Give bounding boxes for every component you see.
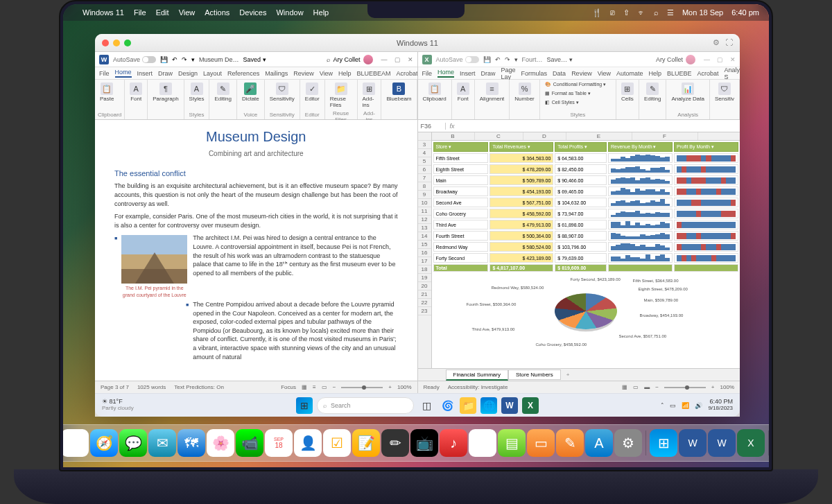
mail-icon[interactable]: ✉ — [148, 429, 176, 457]
tab-file[interactable]: File — [422, 70, 433, 77]
facetime-icon[interactable]: 📹 — [236, 429, 263, 457]
numbers-icon[interactable]: ▤ — [498, 429, 526, 457]
editing-button[interactable]: ✎Editing — [642, 81, 663, 103]
gear-icon[interactable]: ⚙ — [713, 38, 720, 47]
add-sheet-button[interactable]: + — [561, 372, 575, 378]
contacts-icon[interactable]: 👤 — [294, 429, 322, 457]
calendar-icon[interactable]: SEP18 — [265, 429, 293, 457]
sensitivity-button[interactable]: 🛡Sensitiv — [713, 81, 736, 103]
maps-icon[interactable]: 🗺 — [177, 429, 205, 457]
sheet-tab-store[interactable]: Store Numbers — [508, 370, 561, 380]
editor-button[interactable]: ✓Editor — [303, 81, 322, 103]
paste-button[interactable]: 📋Paste — [98, 81, 116, 103]
task-view-icon[interactable]: ◫ — [418, 397, 435, 414]
text-predictions[interactable]: Text Predictions: On — [174, 384, 224, 390]
focus-mode[interactable]: Focus — [281, 384, 296, 390]
zoom-level[interactable]: 100% — [720, 384, 734, 390]
minimize-button[interactable] — [113, 40, 120, 46]
control-center-icon[interactable]: ☰ — [667, 8, 674, 17]
sensitivity-button[interactable]: 🛡Sensitivity — [268, 81, 297, 103]
zoom-level[interactable]: 100% — [397, 384, 411, 390]
word-taskbar-icon[interactable]: W — [501, 397, 518, 414]
close-button[interactable] — [102, 40, 109, 46]
tab-help[interactable]: Help — [338, 70, 352, 77]
tab-references[interactable]: References — [227, 70, 259, 77]
menubar-actions[interactable]: Actions — [205, 8, 229, 17]
tab-automate[interactable]: Automate — [616, 70, 643, 77]
word-dock-icon[interactable]: W — [679, 429, 707, 457]
search-box[interactable]: ⌕Search — [317, 397, 414, 414]
music-icon[interactable]: ♪ — [440, 429, 467, 457]
tab-data[interactable]: Data — [553, 70, 566, 77]
menubar-app[interactable]: Windows 11 — [83, 8, 124, 17]
pie-chart[interactable]: Forty Second, $423,189.00Redmond Way, $5… — [432, 273, 740, 349]
expand-icon[interactable]: ⛶ — [725, 38, 733, 47]
chevron-up-icon[interactable]: ˄ — [661, 402, 664, 409]
view-icon[interactable]: ≡ — [313, 384, 316, 390]
menubar-window[interactable]: Window — [276, 8, 303, 17]
freeform-icon[interactable]: ✏ — [381, 429, 409, 457]
data-table[interactable]: Store ▾Total Revenues ▾Total Profits ▾Re… — [432, 141, 740, 273]
view-icon[interactable]: ▦ — [622, 384, 627, 390]
appstore-icon[interactable]: A — [585, 429, 613, 457]
avatar[interactable] — [686, 55, 695, 64]
tab-mailings[interactable]: Mailings — [265, 70, 288, 77]
editing-button[interactable]: ✎Editing — [212, 81, 233, 103]
news-icon[interactable]: N — [469, 429, 496, 457]
wifi-icon[interactable]: ᯤ — [638, 8, 645, 17]
tab-bluebeam[interactable]: BLUEBE — [667, 70, 692, 77]
autosave-toggle[interactable] — [142, 56, 156, 63]
sheet-tab-financial[interactable]: Financial Summary — [446, 370, 508, 381]
share-icon[interactable]: ⇧ — [623, 8, 630, 17]
wifi-icon[interactable]: 📶 — [682, 402, 689, 409]
font-button[interactable]: AFont — [455, 81, 471, 103]
windows-icon[interactable]: ⊞ — [650, 429, 677, 457]
tray-icon[interactable]: ▭ — [670, 402, 676, 409]
tab-insert[interactable]: Insert — [137, 70, 153, 77]
photos-icon[interactable]: 🌸 — [207, 429, 234, 457]
tab-acrobat[interactable]: Acrobat — [397, 70, 418, 77]
word-dock-icon[interactable]: W — [708, 429, 736, 457]
search-icon[interactable]: ⌕ — [327, 56, 330, 63]
tab-help[interactable]: Help — [649, 70, 662, 77]
tab-insert[interactable]: Insert — [460, 70, 476, 77]
explorer-icon[interactable]: 📁 — [460, 397, 476, 414]
tab-formulas[interactable]: Formulas — [521, 70, 548, 77]
notes-icon[interactable]: 📝 — [352, 429, 380, 457]
save-status[interactable]: Saved ▾ — [243, 56, 266, 63]
view-icon[interactable]: ▭ — [633, 384, 639, 390]
close-icon[interactable]: ✕ — [408, 56, 413, 63]
tab-bluebeam[interactable]: BLUEBEAM — [357, 70, 391, 77]
tab-view[interactable]: View — [598, 70, 611, 77]
menubar-edit[interactable]: Edit — [156, 8, 169, 17]
menubar-devices[interactable]: Devices — [239, 8, 266, 17]
maximize-icon[interactable]: ▢ — [395, 56, 401, 63]
view-icon[interactable]: ▬ — [644, 384, 650, 390]
undo-icon[interactable]: ↶ — [495, 56, 501, 63]
paragraph-button[interactable]: ¶Paragraph — [150, 81, 180, 103]
addins-button[interactable]: ⊞Add-ins — [361, 81, 379, 110]
menubar-file[interactable]: File — [134, 8, 146, 17]
word-document[interactable]: Museum Design Combining art and architec… — [95, 120, 417, 381]
menubar-view[interactable]: View — [179, 8, 196, 17]
keynote-icon[interactable]: ▭ — [527, 429, 555, 457]
redo-icon[interactable]: ↷ — [182, 56, 187, 63]
search-icon[interactable]: ⌕ — [654, 8, 659, 17]
tab-file[interactable]: File — [99, 70, 110, 77]
launchpad-icon[interactable]: ▦ — [63, 429, 89, 457]
cell-styles-button[interactable]: ◧ Cell Styles ▾ — [543, 99, 613, 106]
cells-button[interactable]: ⊞Cells — [619, 81, 636, 103]
messages-icon[interactable]: 💬 — [119, 429, 147, 457]
maximize-icon[interactable]: ▢ — [717, 56, 723, 63]
document-name[interactable]: Fourt… — [522, 56, 543, 63]
zoom-slider[interactable] — [341, 387, 383, 388]
reuse-button[interactable]: 📁Reuse Files — [328, 81, 354, 110]
tab-view[interactable]: View — [320, 70, 333, 77]
excel-sheet[interactable]: 34567891011121314151617181920212223 BCDE… — [418, 132, 740, 368]
start-button[interactable]: ⊞ — [296, 397, 313, 414]
alignment-button[interactable]: ≡Alignment — [478, 81, 507, 103]
autosave-toggle[interactable] — [465, 56, 479, 63]
settings-icon[interactable]: ⚙ — [614, 429, 642, 457]
user-name[interactable]: Ary Collet — [333, 56, 360, 63]
reminders-icon[interactable]: ☑ — [323, 429, 351, 457]
